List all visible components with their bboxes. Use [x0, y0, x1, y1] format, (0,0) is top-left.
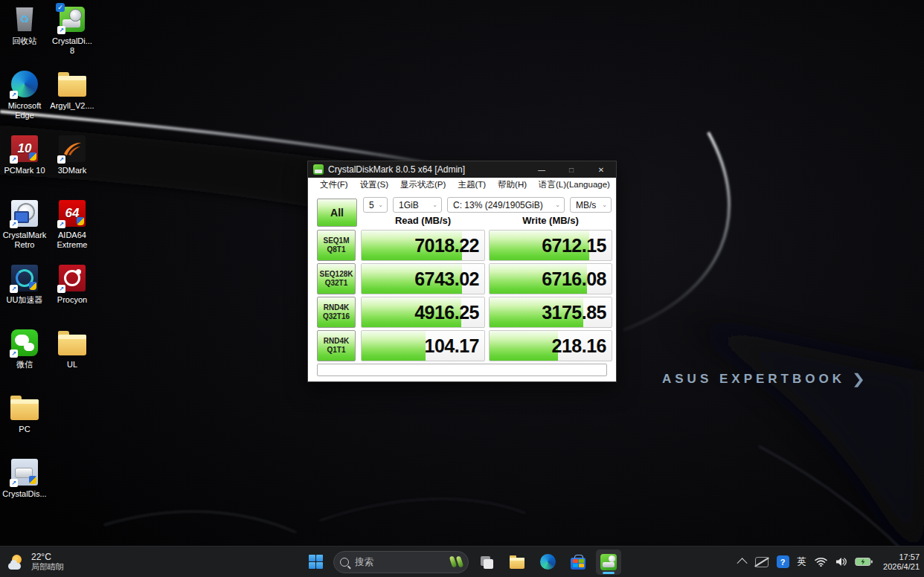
task-view-button[interactable] [474, 549, 499, 575]
recycle-bin-icon: ♻ [10, 4, 39, 34]
wifi-icon[interactable] [815, 557, 827, 567]
test-queue: Q32T1 [325, 279, 348, 288]
chevron-down-icon: ⌄ [378, 202, 383, 208]
shortcut-arrow-icon: ↗ [57, 26, 65, 34]
unit-value: MB/s [576, 200, 596, 210]
device-disabled-tray-icon[interactable] [755, 557, 769, 567]
read-value: 104.17 [425, 335, 479, 357]
read-value: 7018.22 [414, 235, 479, 257]
file-explorer-button[interactable] [504, 549, 530, 575]
edge-icon: ↗ [10, 69, 39, 99]
test-name: RND4K [324, 303, 349, 312]
desktop-icon-pc-folder[interactable]: PC [1, 393, 48, 434]
read-column-header: Read (MB/s) [361, 215, 485, 226]
desktop-icon-aida64[interactable]: 64 ↗ AIDA64 Extreme [49, 199, 95, 250]
menu-file[interactable]: 文件(F) [314, 179, 354, 190]
volume-icon[interactable] [835, 557, 847, 567]
edge-button[interactable] [535, 549, 560, 575]
desktop-icon-microsoft-edge[interactable]: ↗ Microsoft Edge [1, 69, 48, 120]
test-count-select[interactable]: 5 ⌄ [363, 197, 388, 213]
desktop-icon-crystaldiskinfo[interactable]: ↗ CrystalDis... [1, 457, 48, 499]
menu-bar: 文件(F) 设置(S) 显示状态(P) 主题(T) 帮助(H) 语言(L)(La… [308, 178, 616, 192]
unit-select[interactable]: MB/s ⌄ [570, 197, 612, 213]
icon-label: CrystalDis... [2, 489, 46, 499]
icon-label: UU加速器 [7, 295, 43, 305]
search-input[interactable] [353, 556, 446, 568]
hidden-icons-chevron-icon[interactable] [737, 558, 747, 568]
write-result-cell: 3175.85 [489, 297, 612, 328]
uu-booster-icon: ↗ [10, 263, 39, 293]
brand-text: ASUS EXPERTBOOK [662, 372, 845, 387]
menu-theme[interactable]: 主题(T) [452, 179, 492, 190]
store-icon [571, 558, 585, 570]
title-bar[interactable]: CrystalDiskMark 8.0.5 x64 [Admin] — □ ✕ [308, 161, 616, 178]
edge-icon [540, 554, 556, 570]
microsoft-store-button[interactable] [565, 549, 591, 575]
desktop-icon-crystalmark-retro[interactable]: ↗ CrystalMark Retro [1, 199, 48, 250]
file-explorer-icon [510, 558, 524, 569]
wallpaper-brand: ASUS EXPERTBOOK ❯ [662, 370, 864, 387]
run-all-button[interactable]: All [317, 199, 357, 227]
shortcut-arrow-icon: ↗ [57, 285, 65, 293]
weather-temp: 22°C [31, 552, 64, 562]
write-column-header: Write (MB/s) [489, 215, 612, 226]
desktop-icon-3dmark[interactable]: ↗ 3DMark [49, 134, 95, 175]
chevron-down-icon: ⌄ [602, 202, 607, 208]
taskbar: 22°C 局部晴朗 [0, 546, 924, 577]
weather-widget[interactable]: 22°C 局部晴朗 [7, 547, 64, 577]
crystaldiskmark-taskbar-button[interactable] [596, 549, 621, 575]
chevron-down-icon: ⌄ [432, 202, 437, 208]
desktop-icon-argyll-folder[interactable]: Argyll_V2.... [49, 69, 95, 111]
desktop-icon-pcmark10[interactable]: 10 ↗ PCMark 10 [1, 134, 48, 175]
icon-label: PC [19, 425, 30, 434]
test-size-value: 1GiB [399, 200, 419, 210]
result-row-seq128k-q32t1: SEQ128K Q32T1 6743.02 6716.08 [308, 263, 616, 294]
window-title: CrystalDiskMark 8.0.5 x64 [Admin] [328, 164, 465, 175]
test-name: RND4K [324, 337, 349, 346]
close-button[interactable]: ✕ [586, 161, 616, 178]
tray-time: 17:57 [899, 552, 920, 562]
menu-settings[interactable]: 设置(S) [354, 179, 394, 190]
shortcut-arrow-icon: ↗ [57, 220, 65, 228]
chevron-down-icon: ⌄ [555, 202, 560, 208]
test-button-rnd4k-q32t16[interactable]: RND4K Q32T16 [317, 297, 356, 328]
start-button[interactable] [303, 549, 328, 575]
maximize-button[interactable]: □ [556, 161, 586, 178]
menu-language[interactable]: 语言(L)(Language) [533, 179, 616, 190]
search-highlight-art-icon [451, 556, 462, 567]
desktop-icon-wechat[interactable]: ↗ 微信 [1, 328, 48, 370]
target-drive-select[interactable]: C: 13% (249/1905GiB) ⌄ [447, 197, 565, 213]
pcmark10-icon: 10 ↗ [10, 134, 39, 164]
read-value: 4916.25 [414, 302, 479, 323]
test-size-select[interactable]: 1GiB ⌄ [393, 197, 442, 213]
crystaldiskinfo-icon: ↗ [10, 457, 39, 487]
desktop-icon-crystaldiskmark8[interactable]: ✓ ↗ CrystalDi... 8 [49, 4, 95, 56]
menu-view-status[interactable]: 显示状态(P) [394, 179, 452, 190]
test-button-rnd4k-q1t1[interactable]: RND4K Q1T1 [317, 330, 356, 361]
tray-date: 2026/4/21 [883, 562, 920, 572]
battery-charging-icon[interactable] [855, 557, 873, 567]
desktop-icon-procyon[interactable]: ↗ Procyon [49, 263, 95, 305]
shortcut-arrow-icon: ↗ [10, 285, 18, 293]
desktop-icon-ul-folder[interactable]: UL [49, 328, 95, 370]
desktop-icon-uu-booster[interactable]: ↗ UU加速器 [1, 263, 48, 305]
wechat-icon: ↗ [10, 328, 39, 358]
menu-help[interactable]: 帮助(H) [492, 179, 533, 190]
expertbook-chevron-icon: ❯ [852, 370, 865, 387]
recycle-glyph: ♻ [19, 13, 29, 26]
minimize-button[interactable]: — [527, 161, 556, 178]
test-button-seq128k-q32t1[interactable]: SEQ128K Q32T1 [317, 263, 356, 294]
search-box[interactable] [333, 551, 469, 573]
blue-app-tray-icon[interactable]: ? [777, 555, 789, 568]
clock-widget[interactable]: 17:57 2026/4/21 [883, 552, 920, 572]
comment-box[interactable] [317, 364, 607, 376]
desktop-icon-recycle-bin[interactable]: ♻ 回收站 [1, 4, 48, 46]
ime-language-indicator[interactable]: 英 [798, 555, 807, 568]
write-value: 6712.15 [542, 235, 606, 257]
icon-label: CrystalDi... 8 [52, 36, 92, 56]
test-button-seq1m-q8t1[interactable]: SEQ1M Q8T1 [317, 230, 356, 261]
icon-label: Microsoft Edge [8, 101, 42, 120]
uac-shield-icon [77, 217, 84, 225]
result-row-seq1m-q8t1: SEQ1M Q8T1 7018.22 6712.15 [308, 230, 616, 261]
write-value: 3175.85 [542, 302, 606, 323]
